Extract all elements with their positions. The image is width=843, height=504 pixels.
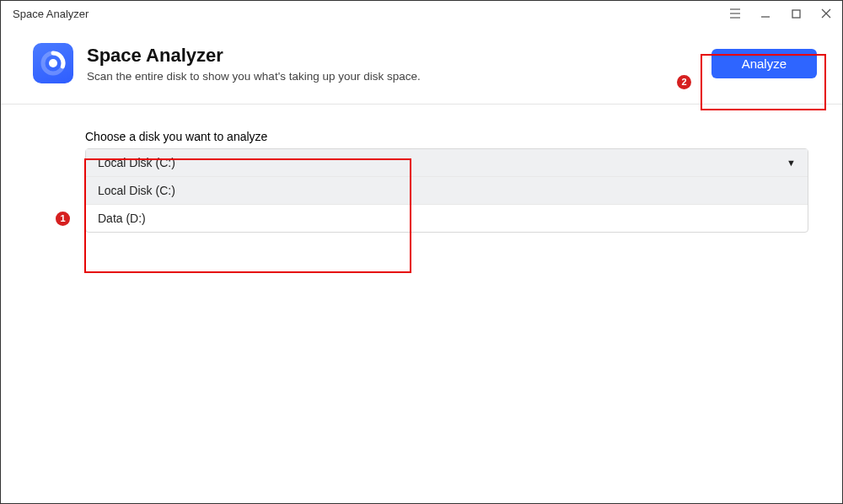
minimize-icon[interactable] — [758, 8, 773, 19]
chevron-down-icon: ▼ — [787, 158, 796, 168]
svg-point-8 — [49, 59, 57, 67]
disk-select[interactable]: Local Disk (C:) ▼ Local Disk (C:) Data (… — [85, 148, 808, 233]
window-controls — [728, 8, 834, 19]
svg-rect-4 — [792, 10, 800, 18]
disk-selected-row[interactable]: Local Disk (C:) ▼ — [86, 149, 808, 176]
disk-option[interactable]: Local Disk (C:) — [86, 176, 808, 204]
header-text: Space Analyzer Scan the entire disk to s… — [87, 45, 695, 83]
titlebar: Space Analyzer — [1, 1, 842, 26]
disk-option[interactable]: Data (D:) — [86, 204, 808, 232]
app-header: Space Analyzer Scan the entire disk to s… — [1, 26, 842, 105]
page-description: Scan the entire disk to show you what's … — [87, 70, 695, 83]
page-title: Space Analyzer — [87, 45, 695, 67]
close-icon[interactable] — [819, 8, 834, 19]
menu-icon[interactable] — [728, 8, 743, 19]
window-title: Space Analyzer — [13, 8, 728, 20]
annotation-number-2: 2 — [677, 75, 691, 89]
content-area: Choose a disk you want to analyze Local … — [1, 105, 842, 233]
maximize-icon[interactable] — [788, 9, 803, 19]
choose-disk-label: Choose a disk you want to analyze — [85, 130, 808, 143]
disk-selected-value: Local Disk (C:) — [98, 156, 175, 169]
annotation-number-1: 1 — [56, 212, 70, 226]
analyze-button[interactable]: Analyze — [711, 49, 817, 78]
app-icon — [33, 43, 73, 83]
